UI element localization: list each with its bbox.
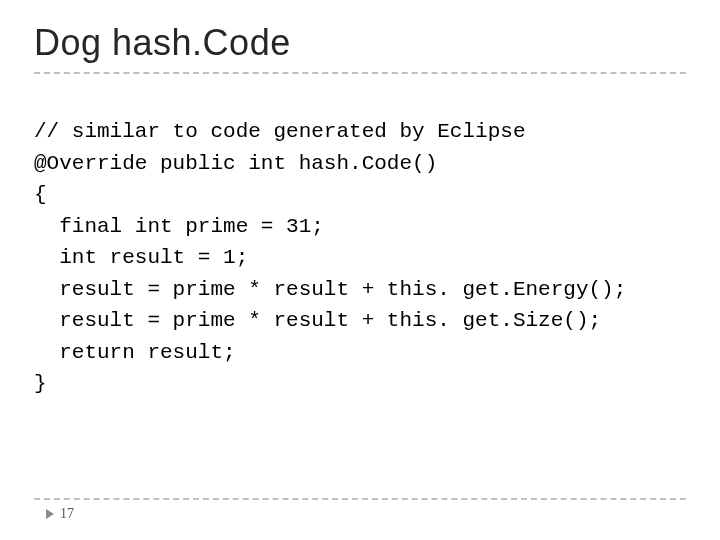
slide-title: Dog hash.Code — [34, 22, 686, 64]
slide: Dog hash.Code // similar to code generat… — [0, 0, 720, 540]
code-line: return result; — [34, 341, 236, 364]
code-line: int result = 1; — [34, 246, 248, 269]
arrow-right-icon — [46, 509, 54, 519]
code-line: @Override public int hash.Code() — [34, 152, 437, 175]
page-number: 17 — [60, 506, 74, 522]
code-line: // similar to code generated by Eclipse — [34, 120, 525, 143]
code-line: result = prime * result + this. get.Size… — [34, 309, 601, 332]
code-line: } — [34, 372, 47, 395]
code-block: // similar to code generated by Eclipse … — [34, 116, 686, 400]
footer-divider — [34, 498, 686, 500]
code-line: result = prime * result + this. get.Ener… — [34, 278, 626, 301]
code-line: final int prime = 31; — [34, 215, 324, 238]
slide-footer: 17 — [34, 498, 686, 522]
code-line: { — [34, 183, 47, 206]
page-number-wrap: 17 — [46, 506, 686, 522]
title-divider — [34, 72, 686, 74]
